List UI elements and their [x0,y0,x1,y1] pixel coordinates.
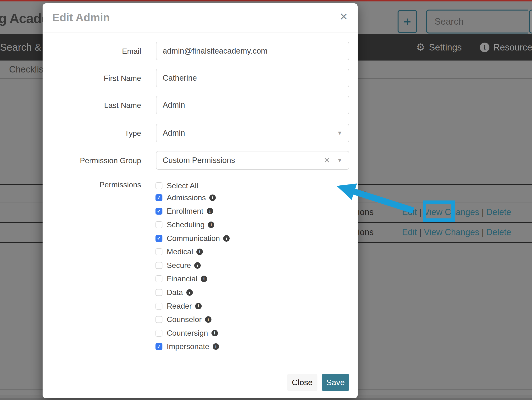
info-icon[interactable]: i [207,208,213,214]
email-label: Email [57,47,141,56]
permission-checkbox[interactable] [155,330,162,337]
email-field[interactable]: admin@finalsiteacademy.com [156,42,349,60]
permission-group-label: Permission Group [57,156,141,165]
permission-row[interactable]: ✓ Enrollment i [155,204,349,218]
first-name-label: First Name [57,74,141,83]
permission-label: Secure [167,261,191,270]
view-changes-link[interactable]: View Changes [424,227,479,237]
permission-label: Reader [167,302,192,311]
search-input[interactable]: Search [426,10,528,33]
permission-row[interactable]: Secure i [155,259,349,272]
save-button[interactable]: Save [322,374,349,391]
info-icon[interactable]: i [223,235,230,242]
delete-link[interactable]: Delete [486,207,511,217]
nav-settings[interactable]: ⚙ Settings [416,42,462,53]
info-icon[interactable]: i [186,289,193,296]
clear-icon[interactable]: ✕ [324,156,330,165]
permission-checkbox[interactable] [155,221,162,228]
info-icon[interactable]: i [196,248,203,255]
permission-label: Impersonate [167,342,209,351]
permission-row[interactable]: Counselor i [155,313,349,326]
select-all-row[interactable]: Select All [155,181,198,191]
permission-row[interactable]: ✓ Communication i [155,232,349,245]
info-icon: i [480,43,489,52]
info-icon[interactable]: i [195,303,202,309]
info-icon[interactable]: i [194,262,201,269]
table-row-actions: Edit|View Changes|Delete [402,207,511,217]
edit-link[interactable]: Edit [402,207,417,217]
modal-header: Edit Admin ✕ [43,3,358,33]
permission-checkbox[interactable]: ✓ [155,208,162,215]
search-endcap [529,10,532,33]
permission-label: Countersign [167,329,208,337]
info-icon[interactable]: i [201,276,207,282]
permission-label: Admissions [167,193,206,202]
settings-label: Settings [429,42,462,53]
delete-link[interactable]: Delete [486,227,511,237]
permissions-list: ✓ Admissions i ✓ Enrollment i Scheduling… [155,191,349,353]
type-label: Type [57,129,141,138]
table-row-text: ions [358,227,374,237]
permission-checkbox[interactable] [155,316,162,323]
info-icon[interactable]: i [209,195,216,201]
permission-row[interactable]: Countersign i [155,326,349,340]
permission-group-select[interactable]: Custom Permissions ✕ ▼ [156,151,349,170]
chevron-down-icon: ▼ [337,130,342,136]
type-select[interactable]: Admin ▼ [156,124,349,142]
permissions-label: Permissions [57,180,141,189]
permission-checkbox[interactable]: ✓ [155,343,162,350]
modal-title: Edit Admin [52,11,110,24]
chevron-down-icon: ▼ [337,157,342,164]
first-name-field[interactable]: Catherine [156,69,349,87]
edit-admin-modal: Edit Admin ✕ Email admin@finalsiteacadem… [43,3,358,398]
permission-label: Data [167,288,183,297]
permission-checkbox[interactable]: ✓ [155,194,162,201]
permission-row[interactable]: ✓ Impersonate i [155,340,349,354]
info-icon[interactable]: i [211,330,218,336]
info-icon[interactable]: i [208,222,214,228]
gear-icon: ⚙ [416,42,425,52]
modal-footer: Close Save [43,370,358,398]
permission-row[interactable]: Scheduling i [155,218,349,232]
close-button[interactable]: Close [287,374,317,391]
nav-resources[interactable]: i Resources [480,42,532,53]
permission-row[interactable]: Data i [155,286,349,299]
last-name-label: Last Name [57,101,141,110]
info-icon[interactable]: i [205,316,211,323]
permission-label: Scheduling [167,220,204,229]
permission-row[interactable]: ✓ Admissions i [155,191,349,204]
resources-label: Resources [493,42,532,53]
close-icon[interactable]: ✕ [339,12,348,22]
permission-label: Communication [167,234,220,243]
info-icon[interactable]: i [213,343,219,350]
add-button[interactable]: + [398,10,417,33]
permission-row[interactable]: Financial i [155,272,349,286]
edit-link[interactable]: Edit [402,227,417,237]
search-placeholder: Search [435,17,463,27]
pipe-separator: | [417,227,424,237]
last-name-field[interactable]: Admin [156,96,349,114]
pipe-separator: | [479,227,486,237]
divider [155,190,349,190]
brand-title: g Acade [0,11,49,26]
permission-row[interactable]: Medical i [155,245,349,259]
permission-checkbox[interactable] [155,303,162,310]
pipe-separator: | [417,207,424,217]
select-all-checkbox[interactable] [155,182,162,189]
table-row-text: ions [358,207,374,217]
view-changes-link[interactable]: View Changes [424,207,479,217]
select-all-label: Select All [167,181,198,190]
pipe-separator: | [479,207,486,217]
permission-checkbox[interactable]: ✓ [155,235,162,242]
permission-label: Medical [167,247,193,256]
permission-row[interactable]: Reader i [155,299,349,313]
plus-icon: + [404,14,411,29]
permission-checkbox[interactable] [155,248,162,255]
table-row-actions: Edit|View Changes|Delete [402,227,511,237]
permission-label: Enrollment [167,207,203,216]
permission-checkbox[interactable] [155,275,162,282]
permission-checkbox[interactable] [155,289,162,296]
sort-ascending-icon[interactable]: ▲ [362,189,368,196]
permission-checkbox[interactable] [155,262,162,269]
permission-label: Financial [167,274,197,283]
